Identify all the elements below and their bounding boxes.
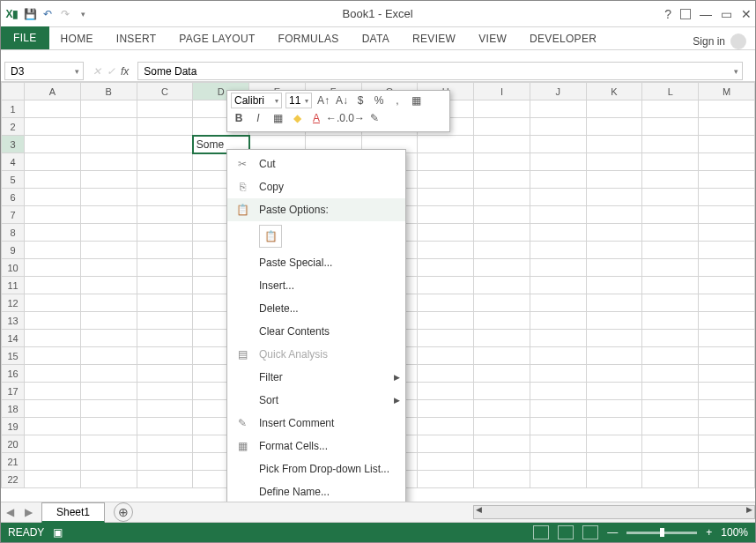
cell-H14[interactable] [418, 330, 474, 347]
increase-font-icon[interactable]: A↑ [315, 93, 331, 108]
column-header-A[interactable]: A [25, 83, 81, 100]
menu-define-name[interactable]: Define Name... [227, 480, 405, 503]
cell-I13[interactable] [474, 312, 530, 330]
cell-M10[interactable] [699, 259, 755, 277]
cell-K12[interactable] [586, 294, 642, 312]
tab-page-layout[interactable]: PAGE LAYOUT [167, 28, 266, 49]
cell-A9[interactable] [25, 242, 81, 259]
cell-L6[interactable] [642, 189, 699, 206]
cell-L8[interactable] [642, 224, 699, 242]
tab-insert[interactable]: INSERT [105, 28, 168, 49]
cell-B5[interactable] [80, 171, 137, 189]
cell-I14[interactable] [474, 330, 530, 347]
formula-input[interactable]: Some Data [137, 62, 743, 80]
cell-L12[interactable] [642, 294, 699, 312]
cell-K13[interactable] [586, 312, 642, 330]
cell-M19[interactable] [699, 418, 755, 435]
cell-M12[interactable] [699, 294, 755, 312]
cell-L19[interactable] [642, 418, 699, 435]
cell-J22[interactable] [530, 471, 586, 488]
cell-C11[interactable] [137, 277, 193, 294]
cell-A18[interactable] [25, 400, 81, 418]
cell-J1[interactable] [530, 100, 586, 118]
cell-A16[interactable] [25, 365, 81, 383]
page-break-view-icon[interactable] [582, 525, 598, 539]
tab-formulas[interactable]: FORMULAS [267, 28, 351, 49]
cell-B1[interactable] [80, 100, 137, 118]
cell-A15[interactable] [25, 347, 81, 365]
cell-H17[interactable] [418, 383, 474, 400]
cell-J21[interactable] [530, 453, 586, 471]
cell-M13[interactable] [699, 312, 755, 330]
menu-insert[interactable]: Insert... [227, 274, 405, 297]
cell-K9[interactable] [586, 242, 642, 259]
cell-K16[interactable] [586, 365, 642, 383]
cell-C19[interactable] [137, 418, 193, 435]
cell-J14[interactable] [530, 330, 586, 347]
cell-M1[interactable] [699, 100, 755, 118]
cell-K19[interactable] [586, 418, 642, 435]
column-header-L[interactable]: L [642, 83, 699, 100]
cell-M11[interactable] [699, 277, 755, 294]
cell-B15[interactable] [80, 347, 137, 365]
column-header-I[interactable]: I [474, 83, 530, 100]
tab-data[interactable]: DATA [351, 28, 401, 49]
cell-C3[interactable] [137, 136, 193, 153]
row-header-7[interactable]: 7 [2, 206, 25, 224]
cell-B17[interactable] [80, 383, 137, 400]
cell-C2[interactable] [137, 118, 193, 136]
cell-J18[interactable] [530, 400, 586, 418]
row-header-17[interactable]: 17 [2, 383, 25, 400]
cell-L11[interactable] [642, 277, 699, 294]
cell-I18[interactable] [474, 400, 530, 418]
cell-L14[interactable] [642, 330, 699, 347]
cell-B4[interactable] [80, 153, 137, 171]
save-icon[interactable]: 💾 [22, 6, 38, 22]
cell-K6[interactable] [586, 189, 642, 206]
cell-H4[interactable] [418, 153, 474, 171]
cell-J11[interactable] [530, 277, 586, 294]
cell-M22[interactable] [699, 471, 755, 488]
accounting-format-icon[interactable]: $ [352, 93, 368, 108]
cell-M21[interactable] [699, 453, 755, 471]
cell-H18[interactable] [418, 400, 474, 418]
cell-C8[interactable] [137, 224, 193, 242]
cell-L21[interactable] [642, 453, 699, 471]
cell-L13[interactable] [642, 312, 699, 330]
fill-color-icon[interactable]: ◆ [289, 110, 305, 126]
zoom-level[interactable]: 100% [721, 526, 748, 539]
cell-J3[interactable] [530, 136, 586, 153]
cell-I19[interactable] [474, 418, 530, 435]
cell-K2[interactable] [586, 118, 642, 136]
cell-J5[interactable] [530, 171, 586, 189]
cell-K4[interactable] [586, 153, 642, 171]
row-header-19[interactable]: 19 [2, 418, 25, 435]
cell-H7[interactable] [418, 206, 474, 224]
row-header-3[interactable]: 3 [2, 136, 25, 153]
row-header-2[interactable]: 2 [2, 118, 25, 136]
format-painter-icon[interactable]: ✎ [367, 110, 382, 126]
cell-L20[interactable] [642, 435, 699, 453]
cell-C6[interactable] [137, 189, 193, 206]
cell-I1[interactable] [474, 100, 530, 118]
row-header-22[interactable]: 22 [2, 471, 25, 488]
cell-L15[interactable] [642, 347, 699, 365]
cell-J4[interactable] [530, 153, 586, 171]
cell-A1[interactable] [25, 100, 81, 118]
row-header-20[interactable]: 20 [2, 435, 25, 453]
cell-L4[interactable] [642, 153, 699, 171]
cell-A11[interactable] [25, 277, 81, 294]
tab-developer[interactable]: DEVELOPER [518, 28, 608, 49]
cell-L18[interactable] [642, 400, 699, 418]
cell-B2[interactable] [80, 118, 137, 136]
cell-B11[interactable] [80, 277, 137, 294]
cancel-formula-icon[interactable]: ✕ [93, 65, 101, 78]
close-icon[interactable]: ✕ [741, 7, 752, 21]
zoom-in-icon[interactable]: + [706, 526, 712, 539]
cell-C13[interactable] [137, 312, 193, 330]
cell-M17[interactable] [699, 383, 755, 400]
cell-C21[interactable] [137, 453, 193, 471]
qat-customize-icon[interactable]: ▾ [75, 6, 91, 22]
cell-M3[interactable] [699, 136, 755, 153]
cell-H5[interactable] [418, 171, 474, 189]
